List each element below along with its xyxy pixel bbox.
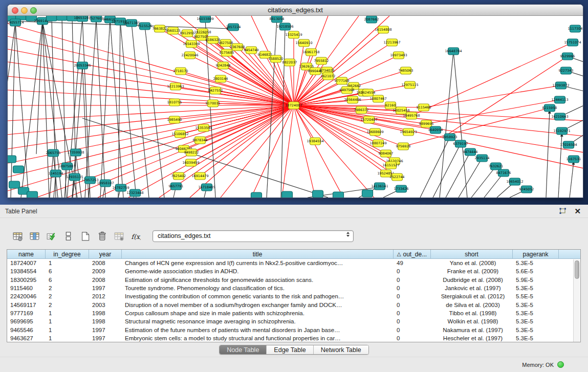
cell-year[interactable]: 2008 (89, 260, 122, 266)
cell-pagerank[interactable]: 5.3E-5 (513, 260, 559, 266)
network-node[interactable]: 1527602 (89, 16, 104, 22)
network-node[interactable]: 1810755 (167, 99, 182, 106)
cell-short[interactable]: Yano et al. (2008) (431, 260, 513, 266)
network-node[interactable]: 8878344 (193, 137, 208, 144)
network-node[interactable] (9, 181, 20, 188)
network-node[interactable]: 9084067 (379, 150, 394, 157)
cell-year[interactable]: 1998 (89, 310, 122, 316)
network-node[interactable] (27, 191, 38, 198)
network-node[interactable]: 8912955 (180, 30, 195, 37)
network-canvas[interactable]: 1405571420691406106532871527602946616110… (8, 16, 583, 198)
network-node[interactable]: 9498222 (184, 149, 199, 156)
network-node[interactable]: 2935114 (475, 155, 490, 162)
tab-node-table[interactable]: Node Table (220, 345, 267, 354)
table-row[interactable]: 946554611997Estimation of the future num… (7, 325, 580, 334)
network-table-select[interactable]: citations_edges.txt (153, 230, 354, 242)
cell-in_degree[interactable]: 6 (46, 268, 89, 274)
network-node[interactable]: 7986372 (354, 106, 369, 114)
table-row[interactable]: 946362711997Embryonic stem cells: a mode… (7, 334, 580, 342)
cell-pagerank[interactable]: 5.3E-5 (513, 302, 559, 308)
network-node[interactable]: 8471676 (496, 169, 511, 177)
network-node[interactable]: 7955812 (314, 57, 329, 64)
cell-name[interactable]: 9463627 (7, 335, 46, 341)
table-row[interactable]: 977716911998Corpus callosum shape and si… (7, 309, 580, 317)
create-table-icon[interactable] (78, 229, 92, 243)
network-node[interactable]: 8958923 (443, 134, 458, 141)
cell-pagerank[interactable]: 5.6E-5 (513, 268, 559, 274)
network-node[interactable]: 7663822 (153, 25, 167, 32)
cell-short[interactable]: Hescheler et al. (1997) (431, 335, 513, 341)
network-node[interactable]: 6379197 (453, 140, 468, 147)
cell-in_degree[interactable]: 6 (46, 277, 89, 283)
cell-in_degree[interactable]: 1 (46, 327, 89, 333)
float-panel-icon[interactable] (558, 208, 568, 216)
table-row[interactable]: 1938455462009Genome-wide association stu… (7, 267, 580, 275)
table-scrollbar-thumb[interactable] (575, 260, 579, 279)
cell-short[interactable]: Tibbo et al. (1998) (431, 310, 513, 316)
cell-year[interactable]: 1997 (89, 327, 122, 333)
cell-short[interactable]: Nakamura et al. (1997) (431, 327, 513, 333)
cell-pagerank[interactable]: 5.5E-5 (513, 293, 559, 299)
network-node[interactable]: 9170031 (206, 100, 221, 107)
cell-name[interactable]: 9699695 (7, 318, 46, 324)
cell-year[interactable]: 1997 (89, 285, 122, 291)
cell-pagerank[interactable]: 5.3E-5 (513, 285, 559, 291)
cell-year[interactable]: 2012 (89, 293, 122, 299)
network-node[interactable]: 1733426 (394, 185, 409, 192)
tab-edge-table[interactable]: Edge Table (267, 345, 313, 354)
network-node[interactable] (313, 190, 323, 198)
table-row[interactable]: 1456911722003Disruption of a novel membe… (7, 300, 580, 309)
network-node[interactable] (47, 16, 57, 21)
row-height-icon[interactable] (61, 229, 75, 243)
delete-table-disabled-icon[interactable] (112, 229, 126, 243)
network-node[interactable]: 8215958 (542, 104, 557, 112)
cell-title[interactable]: Estimation of the future numbers of pati… (122, 327, 394, 333)
edit-columns-icon[interactable] (27, 229, 41, 243)
cell-out_de[interactable]: 0 (394, 327, 431, 333)
column-header-in_degree[interactable]: in_degree (46, 250, 89, 258)
cell-title[interactable]: Tourette syndrome. Phenomenology and cla… (122, 285, 394, 291)
network-node[interactable]: 2803144 (213, 75, 228, 82)
cell-in_degree[interactable]: 2 (46, 293, 89, 299)
cell-short[interactable]: Stergiakouli et al. (2012) (431, 293, 513, 299)
network-node[interactable]: 2522744 (390, 173, 405, 181)
network-node[interactable]: 1117304 (568, 25, 583, 32)
network-node[interactable]: 9242848 (216, 62, 231, 69)
cell-title[interactable]: Disruption of a novel member of a sodium… (122, 302, 394, 308)
cell-out_de[interactable]: 0 (394, 335, 431, 341)
network-node[interactable]: 2718170 (173, 68, 188, 75)
network-node[interactable]: 9756928 (396, 143, 411, 150)
network-node[interactable] (57, 16, 68, 20)
column-header-out_de[interactable]: △out_de... (394, 250, 431, 258)
cell-title[interactable]: Genome-wide association studies in ADHD. (122, 268, 394, 274)
network-node[interactable]: 8813054 (270, 16, 285, 23)
cell-short[interactable]: Wolkin et al. (1998) (431, 318, 513, 324)
cell-out_de[interactable]: 0 (394, 268, 431, 274)
table-row[interactable]: 969969511998Structural magnetic resonanc… (7, 317, 580, 325)
cell-out_de[interactable]: 0 (394, 293, 431, 299)
cell-short[interactable]: Dudbridge et al. (2008) (431, 277, 513, 283)
cell-out_de[interactable]: 0 (394, 285, 431, 291)
column-header-pagerank[interactable]: pagerank (513, 250, 559, 258)
network-node[interactable]: 1621072 (321, 73, 336, 80)
cell-short[interactable]: de Silva et al. (2003) (431, 302, 513, 308)
network-node[interactable]: 1640954 (428, 126, 443, 134)
network-node[interactable]: 9115460 (417, 104, 431, 111)
cell-out_de[interactable]: 0 (394, 302, 431, 308)
close-panel-icon[interactable]: ✕ (574, 206, 581, 216)
cell-pagerank[interactable]: 5.3E-5 (513, 327, 559, 333)
network-node[interactable]: 6497568 (340, 86, 355, 94)
cell-in_degree[interactable]: 1 (46, 260, 89, 266)
network-node[interactable]: 3624554 (361, 89, 376, 96)
table-settings-icon[interactable] (10, 229, 25, 243)
cell-name[interactable]: 18724007 (7, 260, 46, 266)
cell-out_de[interactable]: 0 (394, 318, 431, 324)
network-node[interactable]: 1588520 (269, 55, 284, 62)
cell-in_degree[interactable]: 1 (46, 310, 89, 316)
cell-title[interactable]: Investigating the contribution of common… (122, 293, 394, 299)
window-titlebar[interactable]: citations_edges.txt (8, 5, 583, 16)
network-node[interactable]: 9175685 (220, 49, 234, 56)
cell-name[interactable]: 9465546 (7, 327, 46, 333)
cell-short[interactable]: Jankovic et al. (1997) (431, 285, 513, 291)
network-node[interactable] (13, 166, 24, 173)
